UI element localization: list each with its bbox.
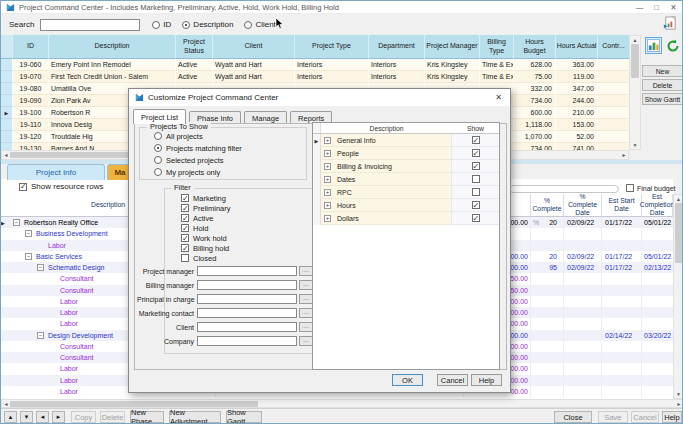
show-resource-checkbox[interactable]: Show resource rows bbox=[19, 182, 103, 191]
expand-icon[interactable]: + bbox=[324, 189, 331, 196]
browse-button[interactable]: ··· bbox=[299, 280, 313, 290]
field-input[interactable] bbox=[197, 266, 297, 276]
browse-button[interactable]: ··· bbox=[299, 322, 313, 332]
col-hours-actual[interactable]: Hours Actual bbox=[556, 35, 598, 59]
show-checkbox-icon[interactable] bbox=[472, 214, 480, 222]
refresh-icon[interactable] bbox=[664, 37, 681, 54]
scroll-right-icon[interactable]: ► bbox=[620, 151, 628, 159]
filter-checkbox[interactable]: Work hold bbox=[181, 234, 231, 242]
nav-arrow-button[interactable]: ▼ bbox=[20, 411, 33, 423]
nav-arrow-button[interactable]: ▲ bbox=[4, 411, 17, 423]
show-checkbox-icon[interactable] bbox=[472, 188, 480, 196]
expand-icon[interactable]: + bbox=[324, 215, 331, 222]
browse-button[interactable]: ··· bbox=[299, 308, 313, 318]
export-to-excel-icon[interactable] bbox=[662, 16, 677, 33]
search-input[interactable] bbox=[40, 19, 140, 31]
projects-radio[interactable]: My projects only bbox=[154, 168, 242, 177]
expand-icon[interactable]: + bbox=[324, 202, 331, 209]
toolbar-button[interactable]: Help bbox=[662, 411, 682, 423]
projects-radio[interactable]: Selected projects bbox=[154, 156, 242, 165]
filter-checkbox[interactable]: Hold bbox=[181, 224, 231, 232]
ok-button[interactable]: OK bbox=[392, 374, 423, 386]
scroll-down-icon[interactable]: ▼ bbox=[630, 141, 640, 149]
show-checkbox-icon[interactable] bbox=[472, 136, 480, 144]
show-table-row[interactable]: ▶ + Dates bbox=[313, 173, 499, 186]
close-icon[interactable]: ✕ bbox=[665, 3, 682, 12]
show-table-row[interactable]: ▶ + Hours bbox=[313, 199, 499, 212]
field-input[interactable] bbox=[197, 308, 297, 318]
col-pct-complete[interactable]: % Complete bbox=[531, 194, 564, 217]
search-mode-radio[interactable]: Description bbox=[182, 20, 233, 29]
col-project-status[interactable]: Project Status bbox=[176, 35, 213, 59]
table-vertical-scrollbar[interactable]: ▲ ▼ bbox=[629, 35, 641, 150]
scroll-right-icon[interactable]: ► bbox=[675, 400, 683, 408]
field-input[interactable] bbox=[197, 294, 297, 304]
col-project-type[interactable]: Project Type bbox=[295, 35, 369, 59]
scroll-down-icon[interactable]: ▼ bbox=[674, 390, 683, 398]
toolbar-button[interactable]: New Adjustment bbox=[169, 411, 221, 423]
tree-expand-icon[interactable]: − bbox=[13, 219, 20, 226]
col-id[interactable]: ID bbox=[13, 35, 49, 59]
col-client[interactable]: Client bbox=[213, 35, 295, 59]
col-hours-budget[interactable]: Hours Budget bbox=[514, 35, 556, 59]
tree-expand-icon[interactable]: − bbox=[37, 332, 44, 339]
show-table-row[interactable]: ▶ + RPC bbox=[313, 186, 499, 199]
browse-button[interactable]: ··· bbox=[299, 336, 313, 346]
expand-icon[interactable]: + bbox=[324, 137, 331, 144]
new-button[interactable]: New bbox=[642, 65, 683, 77]
show-gantt-button[interactable]: Show Gantt bbox=[642, 93, 683, 105]
show-checkbox-icon[interactable] bbox=[472, 201, 480, 209]
col-pct-complete-date[interactable]: % Complete Date bbox=[564, 194, 602, 217]
phase-grid-vertical-scrollbar[interactable]: ▲ ▼ bbox=[673, 194, 683, 399]
help-button[interactable]: Help bbox=[471, 374, 502, 386]
cancel-button[interactable]: Cancel bbox=[437, 374, 468, 386]
projects-radio[interactable]: All projects bbox=[154, 132, 242, 141]
col-description[interactable]: Description bbox=[49, 35, 176, 59]
filter-checkbox[interactable]: Closed bbox=[181, 254, 231, 262]
toolbar-button[interactable]: Save bbox=[598, 411, 628, 423]
field-input[interactable] bbox=[197, 336, 297, 346]
projects-radio[interactable]: Projects matching filter bbox=[154, 144, 242, 153]
toolbar-button[interactable]: New Phase bbox=[130, 411, 164, 423]
filter-checkbox[interactable]: Preliminary bbox=[181, 204, 231, 212]
phase-grid-horizontal-scrollbar[interactable]: ◄ ► bbox=[1, 399, 683, 408]
filter-checkbox[interactable]: Active bbox=[181, 214, 231, 222]
toolbar-button[interactable]: Copy bbox=[71, 411, 96, 423]
scroll-thumb[interactable] bbox=[631, 44, 639, 78]
table-row[interactable]: ▶ 19-060 Emery Point Inn Remodel Active … bbox=[1, 59, 629, 71]
search-mode-radio[interactable]: Client bbox=[244, 20, 275, 29]
scroll-left-icon[interactable]: ◄ bbox=[2, 151, 10, 159]
field-input[interactable] bbox=[197, 322, 297, 332]
toolbar-button[interactable]: Cancel bbox=[631, 411, 659, 423]
show-table-row[interactable]: ▶ + People bbox=[313, 147, 499, 160]
expand-icon[interactable]: + bbox=[324, 150, 331, 157]
nav-arrow-button[interactable]: ◄ bbox=[36, 411, 49, 423]
minimize-icon[interactable]: — bbox=[631, 3, 648, 12]
expand-icon[interactable]: + bbox=[324, 163, 331, 170]
browse-button[interactable]: ··· bbox=[299, 294, 313, 304]
col-est-completion-date[interactable]: Est Completion Date bbox=[642, 194, 673, 217]
tree-expand-icon[interactable]: − bbox=[25, 230, 32, 237]
filter-checkbox[interactable]: Marketing bbox=[181, 194, 231, 202]
show-table-row[interactable]: ▶ + Billing & Invoicing bbox=[313, 160, 499, 173]
tab-project-info[interactable]: Project Info bbox=[7, 164, 105, 180]
browse-button[interactable]: ··· bbox=[299, 266, 313, 276]
gantt-chart-icon[interactable] bbox=[645, 37, 662, 54]
tree-expand-icon[interactable]: − bbox=[37, 264, 44, 271]
show-checkbox-icon[interactable] bbox=[472, 175, 480, 183]
scroll-up-icon[interactable]: ▲ bbox=[674, 195, 683, 203]
final-budget-checkbox[interactable]: Final budget bbox=[626, 184, 676, 192]
dialog-close-icon[interactable]: ✕ bbox=[495, 93, 502, 102]
col-project-manager[interactable]: Project Manager bbox=[425, 35, 480, 59]
scroll-thumb[interactable] bbox=[10, 401, 258, 407]
expand-icon[interactable]: + bbox=[324, 176, 331, 183]
col-billing-type[interactable]: Billing Type bbox=[480, 35, 514, 59]
dialog-tab[interactable]: Project List bbox=[133, 109, 186, 124]
col-contract[interactable]: Contr... bbox=[598, 35, 629, 59]
delete-button[interactable]: Delete bbox=[642, 79, 683, 91]
scroll-thumb[interactable] bbox=[675, 203, 683, 263]
search-mode-radio[interactable]: ID bbox=[152, 20, 171, 29]
show-table-row[interactable]: ▶ + Dollars bbox=[313, 212, 499, 225]
col-department[interactable]: Department bbox=[369, 35, 425, 59]
show-checkbox-icon[interactable] bbox=[472, 162, 480, 170]
